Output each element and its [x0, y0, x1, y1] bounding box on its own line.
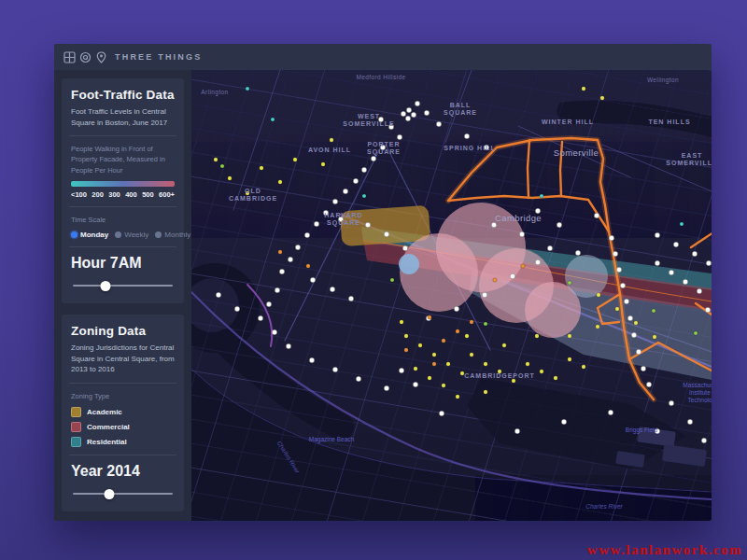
svg-text:SPRING HILL: SPRING HILL [444, 145, 495, 151]
slider-thumb[interactable] [104, 489, 114, 499]
svg-text:Arlington: Arlington [201, 89, 228, 96]
radio-dot [71, 231, 78, 238]
tick: 500 [142, 190, 154, 199]
panel-subtitle: Foot Traffic Levels in Central Square in… [71, 106, 175, 128]
zoning-type-label: Zoning Type [71, 391, 175, 401]
grid-icon[interactable] [63, 51, 76, 63]
svg-text:Wellington: Wellington [647, 77, 679, 84]
commercial-swatch [71, 422, 81, 432]
traffic-gradient-bar [71, 181, 175, 187]
svg-text:Somerville: Somerville [554, 147, 599, 158]
hour-slider[interactable] [73, 281, 173, 290]
slider-track[interactable] [73, 493, 173, 495]
svg-text:CAMBRIDGEPORT: CAMBRIDGEPORT [464, 372, 535, 379]
svg-text:Magazine Beach: Magazine Beach [309, 436, 355, 443]
residential-swatch [71, 437, 81, 447]
app-header: THREE THINGS [54, 44, 712, 70]
year-slider[interactable] [73, 489, 173, 498]
radio-dot [115, 231, 121, 238]
tick: 400 [125, 190, 137, 199]
pin-icon[interactable] [95, 51, 107, 63]
svg-text:Briggs Field: Briggs Field [626, 427, 658, 434]
zoning-type-commercial: Commercial [71, 422, 175, 432]
tick: 600+ [159, 190, 175, 199]
radio-weekly[interactable]: Weekly [115, 231, 148, 239]
svg-text:Cambridge: Cambridge [495, 213, 542, 223]
slider-track[interactable] [73, 285, 173, 287]
watermark: www.lanlanwork.com [587, 542, 742, 558]
svg-text:TEN HILLS: TEN HILLS [648, 119, 690, 125]
academic-swatch [71, 407, 81, 417]
app-window: THREE THINGS Foot-Traffic Data Foot Traf… [54, 44, 712, 521]
divider [69, 246, 176, 247]
radio-dot [155, 231, 162, 238]
svg-text:Medford Hillside: Medford Hillside [356, 74, 405, 80]
panel-subtitle: Zoning Jurisdictions for Central Square … [71, 343, 175, 375]
hour-value: Hour 7AM [71, 255, 175, 272]
divider [69, 455, 176, 455]
zoning-type-residential: Residential [71, 437, 175, 447]
divider [69, 206, 176, 207]
zoning-type-academic: Academic [71, 407, 175, 417]
tick: 200 [92, 190, 104, 199]
sidebar: Foot-Traffic Data Foot Traffic Levels in… [54, 70, 191, 521]
divider [69, 135, 176, 136]
tick: <100 [71, 190, 87, 199]
time-scale-options: Monday Weekly Monthly [71, 231, 175, 239]
svg-text:WINTER HILL: WINTER HILL [542, 119, 594, 125]
legend-label: People Walking in Front of Property Faca… [71, 144, 175, 175]
panel-title: Foot-Traffic Data [71, 88, 175, 102]
brand-title: THREE THINGS [115, 52, 202, 62]
tick: 300 [108, 190, 120, 199]
svg-text:Charles River: Charles River [585, 503, 623, 510]
slider-thumb[interactable] [101, 281, 111, 291]
panel-title: Zoning Data [71, 324, 175, 338]
divider [69, 383, 176, 384]
foot-traffic-panel: Foot-Traffic Data Foot Traffic Levels in… [62, 78, 184, 303]
radio-monday[interactable]: Monday [71, 231, 108, 239]
year-value: Year 2014 [71, 463, 175, 480]
city-map[interactable]: Medford HillsideArlingtonWellingtonWESTS… [191, 70, 712, 521]
svg-text:AVON HILL: AVON HILL [308, 147, 351, 153]
time-scale-label: Time Scale [71, 215, 175, 225]
target-icon[interactable] [79, 51, 92, 63]
scale-ticks: <100 200 300 400 500 600+ [71, 190, 175, 199]
radio-monthly[interactable]: Monthly [155, 231, 190, 239]
zoning-panel: Zoning Data Zoning Jurisdictions for Cen… [62, 315, 184, 511]
svg-text:HARVARDSQUARE: HARVARDSQUARE [324, 212, 362, 227]
svg-text:PORTERSQUARE: PORTERSQUARE [367, 141, 401, 156]
map-canvas[interactable]: Medford HillsideArlingtonWellingtonWESTS… [191, 70, 712, 521]
